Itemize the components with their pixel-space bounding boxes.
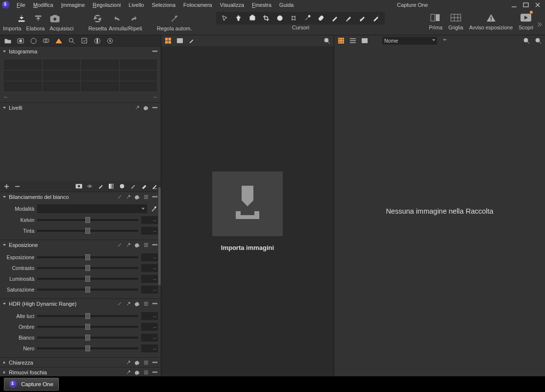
panel-menu-icon[interactable]	[152, 242, 158, 248]
process-icon[interactable]	[33, 14, 43, 24]
exposure-value-0[interactable]: --	[141, 253, 158, 261]
panel-undock-icon[interactable]	[134, 105, 140, 111]
window-minimize-icon[interactable]	[511, 1, 518, 8]
sort-select[interactable]: Nome	[382, 37, 437, 45]
panel-preset-icon[interactable]	[143, 242, 149, 248]
wb-tint-value[interactable]: --	[141, 227, 158, 235]
cursor-radial-icon[interactable]	[372, 14, 380, 22]
menu-regolazioni[interactable]: Regolazioni	[89, 0, 125, 10]
exposure-slider-3[interactable]	[37, 289, 138, 291]
panel-undock-icon[interactable]	[125, 301, 131, 307]
exposure-warning-button[interactable]: Avviso esposizione	[466, 12, 516, 30]
brush-icon[interactable]	[97, 183, 104, 190]
menu-guida[interactable]: Guida	[275, 0, 297, 10]
capture-icon[interactable]	[50, 14, 60, 24]
cursor-pan-icon[interactable]	[235, 14, 243, 22]
panel-histogram-header[interactable]: Istogramma	[0, 46, 161, 56]
sidebar-scrollbar[interactable]	[158, 187, 161, 285]
panel-autoadjust-icon[interactable]	[117, 242, 123, 248]
cursor-heal-icon[interactable]	[317, 14, 325, 22]
window-close-icon[interactable]	[534, 1, 541, 8]
panel-menu-icon[interactable]	[152, 301, 158, 307]
tab-exposure-icon[interactable]	[68, 37, 75, 45]
import-dropzone[interactable]	[212, 172, 283, 236]
clear-mask-icon[interactable]	[151, 183, 158, 190]
exposure-slider-0[interactable]	[37, 256, 138, 258]
reset-icon[interactable]	[93, 14, 102, 24]
cursor-keystone-icon[interactable]	[290, 14, 297, 22]
taskbar-app-button[interactable]: Capture One	[4, 378, 59, 391]
tab-metadata-icon[interactable]	[93, 37, 101, 45]
hdr-slider-0[interactable]	[37, 315, 138, 317]
import-icon[interactable]	[17, 14, 26, 24]
cursor-mask-draw-icon[interactable]	[331, 14, 339, 22]
panel-undock-icon[interactable]	[125, 194, 131, 200]
panel-reset-icon[interactable]	[134, 301, 140, 307]
tab-details-icon[interactable]	[80, 37, 88, 45]
cursor-select-icon[interactable]	[221, 14, 229, 22]
hdr-slider-1[interactable]	[37, 326, 138, 328]
panel-undock-icon[interactable]	[125, 360, 131, 366]
cursor-rotate-icon[interactable]	[276, 14, 284, 22]
panel-preset-icon[interactable]	[143, 369, 149, 375]
layer-remove-icon[interactable]	[14, 183, 21, 190]
menu-livello[interactable]: Livello	[125, 0, 148, 10]
cursor-crop-icon[interactable]	[262, 14, 270, 22]
panel-preset-icon[interactable]	[143, 360, 149, 366]
wb-tint-slider[interactable]	[37, 230, 138, 232]
tab-output-icon[interactable]	[106, 37, 114, 45]
redo-icon[interactable]	[129, 14, 139, 24]
panel-levels-header[interactable]: Livelli	[0, 102, 161, 112]
grid-button[interactable]: Griglia	[446, 12, 466, 30]
view-grid-icon[interactable]	[164, 37, 172, 45]
panel-menu-icon[interactable]	[152, 369, 158, 375]
toolbar-overflow-icon[interactable]	[536, 12, 542, 37]
layer-add-icon[interactable]	[3, 183, 10, 190]
discover-button[interactable]: Scopri	[516, 12, 536, 30]
panel-reset-icon[interactable]	[143, 105, 149, 111]
menu-visualizza[interactable]: Visualizza	[216, 0, 248, 10]
browser-filmstrip-icon[interactable]	[361, 37, 369, 45]
exposure-value-2[interactable]: --	[141, 275, 158, 283]
panel-hdr-header[interactable]: HDR (High Dynamic Range)	[0, 298, 161, 308]
menu-file[interactable]: File	[13, 0, 29, 10]
panel-reset-icon[interactable]	[134, 360, 140, 366]
before-after-button[interactable]: Prima	[426, 12, 445, 30]
window-maximize-icon[interactable]	[522, 1, 529, 8]
invert-mask-icon[interactable]	[86, 183, 93, 190]
gradient-mask-icon[interactable]	[108, 183, 115, 190]
undo-icon[interactable]	[112, 14, 122, 24]
panel-menu-icon[interactable]	[152, 194, 158, 200]
panel-menu-icon[interactable]	[152, 49, 158, 54]
panel-autoadjust-icon[interactable]	[117, 301, 123, 307]
hdr-slider-2[interactable]	[37, 337, 138, 339]
menu-seleziona[interactable]: Seleziona	[148, 0, 179, 10]
menu-modifica[interactable]: Modifica	[29, 0, 57, 10]
panel-menu-icon[interactable]	[152, 105, 158, 111]
exposure-slider-1[interactable]	[37, 267, 138, 269]
tab-lens-icon[interactable]	[29, 37, 37, 45]
tab-library-icon[interactable]	[4, 37, 12, 45]
wb-mode-select[interactable]	[37, 204, 147, 213]
browser-grid-icon[interactable]	[337, 37, 345, 45]
fill-mask-icon[interactable]	[140, 183, 147, 190]
wb-picker-icon[interactable]	[150, 205, 158, 213]
tab-capture-icon[interactable]	[17, 37, 25, 45]
view-picker-icon[interactable]	[188, 37, 196, 45]
cursor-loupe-icon[interactable]	[248, 14, 256, 22]
browser-filter-search-icon[interactable]	[522, 37, 530, 45]
radial-mask-icon[interactable]	[119, 183, 125, 190]
hdr-value-0[interactable]: --	[141, 312, 158, 320]
panel-undock-icon[interactable]	[125, 369, 131, 375]
panel-undock-icon[interactable]	[125, 242, 131, 248]
hdr-value-1[interactable]: --	[141, 323, 158, 331]
menu-finestra[interactable]: Finestra	[248, 0, 275, 10]
panel-preset-icon[interactable]	[143, 194, 149, 200]
sort-direction-icon[interactable]	[441, 37, 449, 45]
viewer-search-icon[interactable]	[323, 37, 331, 45]
hdr-value-3[interactable]: --	[141, 344, 158, 352]
tab-crop-icon[interactable]	[42, 37, 50, 45]
panel-clarity-header[interactable]: Chiarezza	[0, 357, 161, 367]
menu-immagine[interactable]: Immagine	[57, 0, 89, 10]
wb-kelvin-slider[interactable]	[37, 219, 138, 221]
